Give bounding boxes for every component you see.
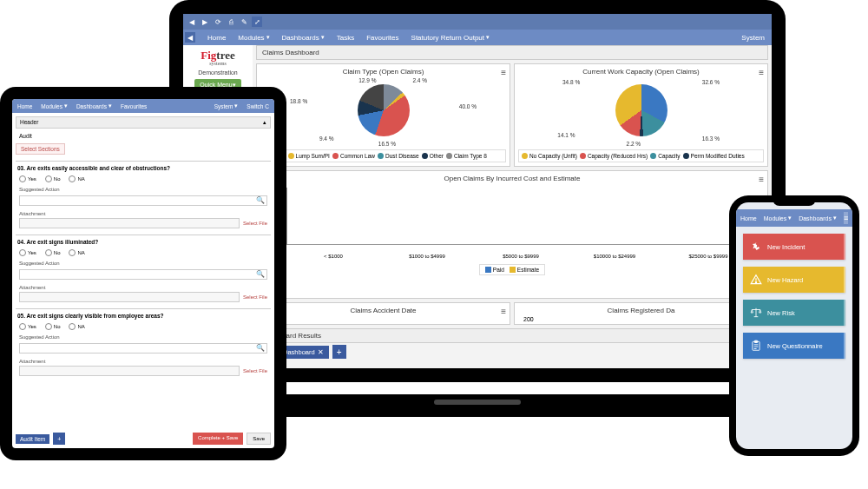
bar-legend: Paid Estimate (479, 264, 545, 275)
tablet-device: Home Modules Dashboards Favourites Syste… (0, 87, 286, 460)
search-icon[interactable]: 🔍 (256, 344, 265, 352)
main-nav: ◀ Home Modules Dashboards Tasks Favourit… (183, 30, 772, 45)
expand-icon[interactable]: ⤢ (252, 17, 262, 27)
nav-statutory[interactable]: Statutory Return Output (411, 34, 490, 42)
nav-home[interactable]: Home (740, 215, 757, 221)
radio-group: Yes No NA (16, 320, 271, 333)
nav-favourites[interactable]: Favourites (366, 34, 398, 42)
audit-label: Audit (16, 131, 271, 141)
radio-na[interactable]: NA (69, 249, 84, 256)
suggested-action-label: Suggested Action (16, 259, 271, 268)
save-button[interactable]: Save (247, 433, 271, 445)
suggested-action-input[interactable]: 🔍 (19, 343, 267, 354)
hamburger-icon[interactable]: ≡ (844, 212, 848, 224)
suggested-action-label: Suggested Action (16, 333, 271, 341)
phone-device: Home Modules Dashboards ≡ New Incident N… (729, 195, 859, 456)
copyright: Copyright © (256, 359, 768, 368)
logo: Figtree systems (187, 49, 249, 66)
legend: Test2 Lump Sum/PI Common Law Dust Diseas… (260, 149, 506, 162)
main-content: Claims Dashboard ≡ Claim Type (Open Clai… (253, 45, 772, 368)
radio-group: Yes No NA (16, 247, 271, 259)
radio-na[interactable]: NA (69, 323, 84, 330)
back-icon[interactable]: ◀ (187, 17, 197, 27)
radio-yes[interactable]: Yes (19, 249, 36, 256)
nav-system[interactable]: System (214, 102, 239, 109)
work-capacity-pie-chart (615, 84, 667, 136)
scales-icon (750, 307, 762, 319)
select-sections-button[interactable]: Select Sections (16, 143, 65, 155)
collapse-icon[interactable]: ◀ (185, 32, 195, 43)
question-04: 04. Are exit signs illuminated? (16, 235, 271, 247)
add-tab-button[interactable]: + (53, 433, 65, 445)
attachment-label: Attachment (16, 281, 271, 292)
brush-icon[interactable]: ✎ (239, 17, 249, 27)
attachment-label: Attachment (16, 355, 271, 366)
select-file-button[interactable]: Select File (243, 294, 267, 300)
nav-favourites[interactable]: Favourites (121, 103, 147, 109)
hamburger-icon[interactable]: ≡ (501, 68, 506, 77)
radio-na[interactable]: NA (69, 175, 84, 182)
print-icon[interactable]: ⎙ (226, 17, 236, 27)
file-input[interactable] (19, 218, 240, 228)
hamburger-icon[interactable]: ≡ (759, 175, 764, 184)
demo-label: Demonstration (187, 69, 249, 76)
warning-icon (750, 274, 762, 286)
toolbar: ◀ ▶ ⟳ ⎙ ✎ ⤢ (183, 14, 772, 30)
add-tab-button[interactable]: + (332, 345, 346, 359)
new-questionnaire-tile[interactable]: New Questionnaire (743, 333, 845, 359)
file-input[interactable] (19, 292, 240, 302)
radio-no[interactable]: No (45, 323, 61, 330)
claim-type-panel: ≡ Claim Type (Open Claims) 12.9 % 2.4 % … (256, 63, 510, 167)
radio-no[interactable]: No (45, 249, 61, 256)
question-05: 05. Are exit signs clearly visible from … (16, 308, 271, 320)
radio-yes[interactable]: Yes (19, 323, 36, 330)
collapse-icon[interactable]: ▴ (263, 119, 266, 126)
open-claims-bar-chart: Claim Count 150 100 50 0 (260, 184, 764, 262)
claims-dashboard-header: Claims Dashboard (256, 45, 768, 60)
hamburger-icon[interactable]: ≡ (759, 68, 764, 77)
nav-switch[interactable]: Switch C (247, 103, 269, 109)
new-hazard-tile[interactable]: New Hazard (743, 267, 845, 293)
question-03: 03. Are exits easily accessible and clea… (16, 161, 271, 173)
nav-dashboards[interactable]: Dashboards (799, 215, 837, 221)
nav-dashboards[interactable]: Dashboards (282, 34, 325, 42)
tablet-app: Home Modules Dashboards Favourites Syste… (12, 99, 274, 448)
radio-no[interactable]: No (45, 175, 61, 182)
clipboard-icon (750, 340, 762, 352)
tablet-nav: Home Modules Dashboards Favourites Syste… (12, 99, 274, 113)
attachment-label: Attachment (16, 208, 271, 218)
nav-modules[interactable]: Modules (41, 102, 68, 109)
new-risk-tile[interactable]: New Risk (743, 300, 845, 326)
select-file-button[interactable]: Select File (243, 221, 267, 226)
new-incident-tile[interactable]: New Incident (743, 234, 845, 260)
search-icon[interactable]: 🔍 (256, 270, 265, 278)
dashboard-results-header: Dashboard Results (256, 328, 768, 343)
panel-title: Claim Type (Open Claims) (260, 68, 506, 76)
svg-rect-6 (754, 340, 758, 342)
nav-system[interactable]: System (741, 34, 765, 42)
hamburger-icon[interactable]: ≡ (501, 307, 506, 316)
search-icon[interactable]: 🔍 (256, 196, 265, 204)
suggested-action-input[interactable]: 🔍 (19, 269, 267, 280)
nav-modules[interactable]: Modules (238, 34, 269, 42)
file-input[interactable] (19, 366, 240, 376)
nav-dashboards[interactable]: Dashboards (76, 102, 112, 109)
header-bar: Header ▴ (16, 116, 271, 129)
claim-type-pie-chart (358, 84, 410, 136)
nav-home[interactable]: Home (207, 34, 226, 42)
tab-audit-item[interactable]: Audit Item (16, 434, 49, 444)
complete-save-button[interactable]: Complete + Save (193, 433, 243, 445)
refresh-icon[interactable]: ⟳ (213, 17, 223, 27)
suggested-action-label: Suggested Action (16, 185, 271, 194)
suggested-action-input[interactable]: 🔍 (19, 195, 267, 206)
nav-home[interactable]: Home (17, 103, 32, 109)
panel-title: Open Claims By Incurred Cost and Estimat… (260, 175, 764, 182)
panel-title: Current Work Capacity (Open Claims) (518, 68, 764, 76)
close-icon[interactable]: ✕ (318, 348, 324, 356)
forward-icon[interactable]: ▶ (200, 17, 210, 27)
select-file-button[interactable]: Select File (243, 368, 267, 373)
radio-group: Yes No NA (16, 173, 271, 185)
nav-tasks[interactable]: Tasks (337, 34, 354, 42)
nav-modules[interactable]: Modules (764, 215, 792, 221)
radio-yes[interactable]: Yes (19, 175, 36, 182)
